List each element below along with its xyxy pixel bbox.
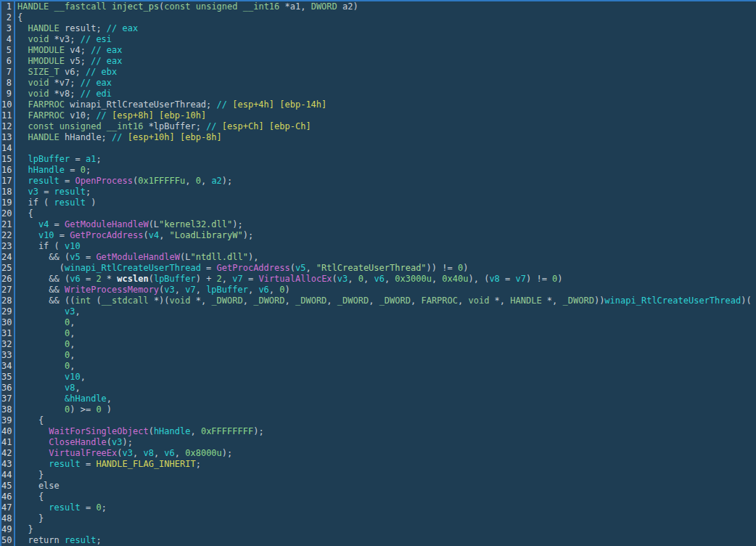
code-token[interactable]: result: [65, 535, 96, 545]
code-token[interactable]: hHandle: [154, 426, 191, 436]
code-token[interactable]: VirtualAllocEx: [258, 274, 332, 284]
code-line[interactable]: 24 && (v5 = GetModuleHandleW(L"ntdll.dll…: [1, 252, 756, 263]
code-token[interactable]: &hHandle: [65, 394, 107, 404]
code-token[interactable]: v6: [70, 274, 80, 284]
code-token[interactable]: GetProcAddress: [70, 230, 143, 240]
code-token[interactable]: result: [49, 502, 80, 513]
code-line[interactable]: 12 const unsigned __int16 *lpBuffer; // …: [1, 121, 756, 132]
code-token[interactable]: v8: [489, 274, 499, 284]
code-line[interactable]: 13 HANDLE hHandle; // [esp+10h] [ebp-8h]: [1, 132, 756, 143]
code-token[interactable]: lpBuffer: [206, 285, 248, 295]
code-token[interactable]: v7: [516, 274, 526, 284]
code-token[interactable]: v3: [164, 285, 174, 295]
code-line[interactable]: 32 0,: [1, 339, 756, 350]
code-token[interactable]: GetProcAddress: [217, 263, 290, 273]
code-token[interactable]: WriteProcessMemory: [65, 285, 159, 295]
code-line[interactable]: 34 0,: [1, 361, 756, 372]
code-line[interactable]: 31 0,: [1, 328, 756, 339]
code-line[interactable]: 38 0) >= 0 ): [1, 404, 756, 415]
code-line[interactable]: 26 && (v6 = 2 * wcslen(lpBuffer) + 2, v7…: [1, 274, 756, 285]
code-token[interactable]: result: [49, 459, 80, 469]
code-line[interactable]: 9 void *v8; // edi: [1, 89, 756, 99]
code-line[interactable]: 20 {: [1, 208, 756, 219]
code-line[interactable]: 11 FARPROC v10; // [esp+8h] [ebp-10h]: [1, 110, 756, 121]
code-line[interactable]: 3 HANDLE result; // eax: [1, 23, 756, 34]
code-line[interactable]: 33 0,: [1, 350, 756, 361]
code-token[interactable]: result: [28, 176, 59, 186]
code-token[interactable]: [esp+10h] [ebp-8h]: [128, 132, 222, 142]
code-token[interactable]: v10: [38, 230, 54, 240]
code-token[interactable]: GetModuleHandleW: [65, 219, 149, 229]
code-token[interactable]: WaitForSingleObject: [49, 426, 148, 436]
code-line[interactable]: 42 VirtualFreeEx(v3, v8, v6, 0x8000u);: [1, 448, 756, 459]
code-token[interactable]: v5: [70, 252, 80, 262]
code-token[interactable]: lpBuffer: [28, 154, 70, 164]
code-token[interactable]: v8: [143, 448, 153, 458]
code-token[interactable]: v3: [112, 437, 122, 447]
code-line[interactable]: 16 hHandle = 0;: [1, 165, 756, 176]
code-line[interactable]: 21 v4 = GetModuleHandleW(L"kernel32.dll"…: [1, 219, 756, 230]
code-line[interactable]: 7 SIZE_T v6; // ebx: [1, 67, 756, 78]
code-line[interactable]: 25 (winapi_RtlCreateUserThread = GetProc…: [1, 263, 756, 274]
code-token[interactable]: v10: [65, 372, 81, 382]
code-line[interactable]: 5 HMODULE v4; // eax: [1, 45, 756, 56]
code-token[interactable]: a1: [86, 154, 96, 164]
code-token[interactable]: [esp+Ch] [ebp-Ch]: [222, 121, 311, 131]
code-line[interactable]: 1HANDLE __fastcall inject_ps(const unsig…: [1, 1, 756, 12]
code-line[interactable]: 50 return result;: [1, 535, 756, 546]
code-token[interactable]: VirtualFreeEx: [49, 448, 117, 458]
code-line[interactable]: 44 }: [1, 470, 756, 481]
code-token[interactable]: GetModuleHandleW: [96, 252, 180, 262]
code-token[interactable]: v7: [185, 285, 195, 295]
code-token[interactable]: v6: [164, 448, 174, 458]
code-token[interactable]: v3: [337, 274, 348, 284]
code-line[interactable]: 10 FARPROC winapi_RtlCreateUserThread; /…: [1, 99, 756, 110]
code-token[interactable]: v5: [295, 263, 305, 273]
code-line[interactable]: 36 v8,: [1, 383, 756, 394]
code-line[interactable]: 40 WaitForSingleObject(hHandle, 0xFFFFFF…: [1, 426, 756, 437]
code-line[interactable]: 14: [1, 143, 756, 154]
code-token[interactable]: v6: [258, 285, 268, 295]
code-token[interactable]: v10: [65, 241, 81, 251]
code-token[interactable]: v6: [374, 274, 384, 284]
code-line[interactable]: 28 && ((int (__stdcall *)(void *, _DWORD…: [1, 296, 756, 306]
code-token[interactable]: v4: [38, 219, 49, 229]
code-line[interactable]: 43 result = HANDLE_FLAG_INHERIT;: [1, 459, 756, 470]
code-line[interactable]: 17 result = OpenProcess(0x1FFFFFu, 0, a2…: [1, 176, 756, 187]
code-line[interactable]: 27 && WriteProcessMemory(v3, v7, lpBuffe…: [1, 285, 756, 296]
code-token[interactable]: hHandle: [28, 165, 65, 175]
code-line[interactable]: 45 else: [1, 481, 756, 492]
code-line[interactable]: 18 v3 = result;: [1, 187, 756, 197]
code-token[interactable]: winapi_RtlCreateUserThread: [604, 296, 741, 306]
code-token[interactable]: [esp+4h] [ebp-14h]: [232, 99, 326, 110]
code-token[interactable]: v3: [123, 448, 133, 458]
code-token[interactable]: result: [54, 187, 86, 197]
code-line[interactable]: 29 v3,: [1, 306, 756, 317]
code-token[interactable]: v3: [28, 187, 38, 197]
code-line[interactable]: 30 0,: [1, 317, 756, 328]
code-line[interactable]: 22 v10 = GetProcAddress(v4, "LoadLibrary…: [1, 230, 756, 241]
code-token[interactable]: wcslen: [117, 274, 148, 284]
pseudocode-view[interactable]: 1HANDLE __fastcall inject_ps(const unsig…: [0, 0, 756, 546]
code-token[interactable]: a2: [211, 176, 221, 186]
code-line[interactable]: 23 if ( v10: [1, 241, 756, 252]
code-line[interactable]: 15 lpBuffer = a1;: [1, 154, 756, 165]
code-token[interactable]: v3: [65, 306, 75, 317]
code-line[interactable]: 48 }: [1, 513, 756, 524]
code-line[interactable]: 8 void *v7; // eax: [1, 78, 756, 89]
code-line[interactable]: 46 {: [1, 492, 756, 502]
code-token[interactable]: v8: [65, 383, 75, 393]
code-line[interactable]: 6 HMODULE v5; // eax: [1, 56, 756, 67]
code-token[interactable]: CloseHandle: [49, 437, 106, 447]
code-line[interactable]: 47 result = 0;: [1, 502, 756, 513]
code-token[interactable]: v4: [149, 230, 159, 240]
code-token[interactable]: inject_ps: [112, 1, 159, 12]
code-line[interactable]: 2{: [1, 12, 756, 23]
code-token[interactable]: v7: [232, 274, 242, 284]
code-line[interactable]: 35 v10,: [1, 372, 756, 383]
code-line[interactable]: 37 &hHandle,: [1, 394, 756, 404]
code-line[interactable]: 41 CloseHandle(v3);: [1, 437, 756, 448]
code-line[interactable]: 49 }: [1, 524, 756, 535]
code-token[interactable]: [esp+8h] [ebp-10h]: [112, 110, 206, 121]
code-token[interactable]: HANDLE_FLAG_INHERIT: [96, 459, 195, 469]
